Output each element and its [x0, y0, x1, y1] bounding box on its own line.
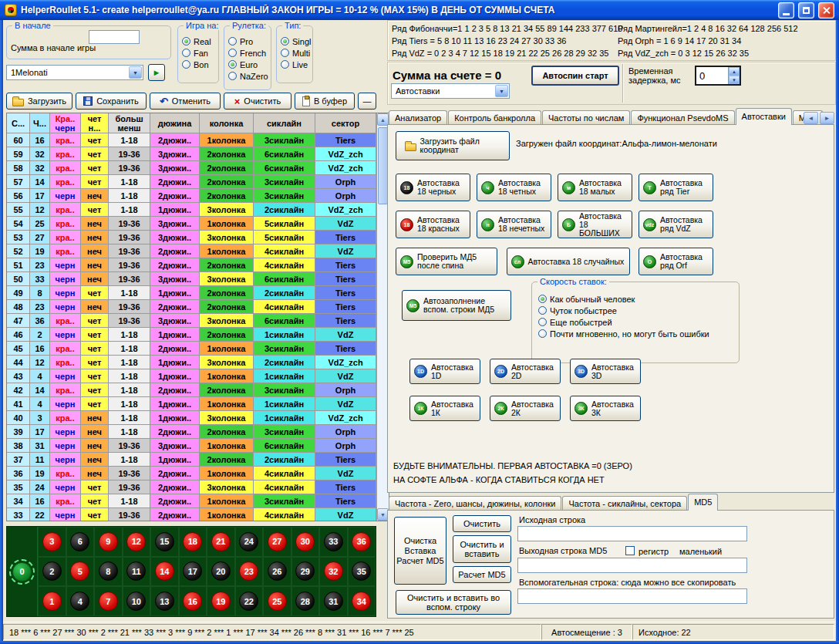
spin-row[interactable]: 3917черннеч1-182дюжи..2колонка3сиклайнOr…: [7, 425, 389, 439]
board-cell-22[interactable]: 22: [235, 586, 264, 616]
autobet-button[interactable]: TАвтоставка ряд Tier: [639, 174, 713, 201]
md5-calc-button[interactable]: Расчет MD5: [453, 566, 511, 583]
spin-row[interactable]: 5327кра..неч19-363дюжи..3колонка5сиклайн…: [7, 231, 389, 244]
spin-row[interactable]: 5033черннеч19-363дюжи..3колонка6сиклайнT…: [7, 272, 389, 286]
board-cell-18[interactable]: 18: [179, 527, 207, 557]
spin-row[interactable]: 5832кра..чет19-363дюжи..2колонка6сиклайн…: [7, 161, 389, 175]
autobet-button[interactable]: слАвтоставка 18 случайных: [507, 248, 630, 275]
tab-Анализатор[interactable]: Анализатор: [389, 110, 447, 125]
autobet-button[interactable]: БАвтоставка 18 БОЛЬШИХ: [558, 211, 632, 238]
radio-French[interactable]: French: [228, 47, 268, 59]
autobet-button[interactable]: 3DАвтоставка 3D: [570, 359, 641, 384]
spin-row[interactable]: 498чернчет1-181дюжи..2колонка2сиклайнTie…: [7, 286, 389, 300]
radio-Почти мгновенно, но могут быть ошибки[interactable]: Почти мгновенно, но могут быть ошибки: [538, 328, 709, 339]
autobet-button[interactable]: 18Автоставка 18 черных: [396, 174, 470, 201]
spin-row[interactable]: 3524чернчет19-362дюжи..3колонка4сиклайнT…: [7, 480, 389, 494]
board-cell-6[interactable]: 6: [66, 527, 95, 557]
spin-row[interactable]: 5219кра..неч19-362дюжи..1колонка4сиклайн…: [7, 244, 389, 258]
board-cell-34[interactable]: 34: [348, 586, 376, 616]
radio-Euro[interactable]: Euro: [228, 59, 268, 70]
autobet-button[interactable]: vdzАвтоставка ряд VdZ: [639, 211, 713, 238]
board-cell-9[interactable]: 9: [94, 527, 123, 557]
board-cell-29[interactable]: 29: [291, 557, 320, 587]
maximize-button[interactable]: [798, 2, 814, 19]
board-cell-15[interactable]: 15: [150, 527, 179, 557]
autobet-button[interactable]: 3КАвтоставка 3К: [570, 396, 641, 421]
spin-row[interactable]: 5425кра..неч19-363дюжи..1колонка5сиклайн…: [7, 217, 389, 231]
board-cell-7[interactable]: 7: [94, 586, 123, 616]
mode-combo[interactable]: Автоставки ▼: [391, 83, 510, 99]
board-cell-28[interactable]: 28: [291, 586, 320, 616]
radio-Fan[interactable]: Fan: [182, 47, 211, 59]
radio-Pro[interactable]: Pro: [228, 35, 268, 47]
radio-NaZero[interactable]: NaZero: [228, 70, 268, 82]
board-cell-1[interactable]: 1: [38, 586, 66, 616]
board-cell-32[interactable]: 32: [319, 557, 348, 587]
output-string-input[interactable]: [517, 558, 747, 573]
spin-row[interactable]: 3619кра..неч19-362дюжи..1колонка4сиклайн…: [7, 467, 389, 480]
board-cell-4[interactable]: 4: [66, 586, 95, 616]
tab-prev-icon[interactable]: ◄: [804, 112, 818, 124]
collapse-button[interactable]: —: [358, 93, 376, 110]
board-cell-33[interactable]: 33: [319, 527, 348, 557]
spin-row[interactable]: 4516кра..чет1-182дюжи..1колонка3сиклайнT…: [7, 342, 389, 356]
board-cell-35[interactable]: 35: [348, 557, 376, 587]
spin-row[interactable]: 4823черннеч19-362дюжи..2колонка4сиклайнT…: [7, 300, 389, 314]
board-cell-31[interactable]: 31: [319, 586, 348, 616]
chevron-down-icon[interactable]: ▼: [129, 66, 142, 79]
board-cell-5[interactable]: 5: [66, 557, 95, 587]
board-cell-14[interactable]: 14: [150, 557, 179, 587]
spin-row[interactable]: 3831черннеч19-363дюжи..1колонка6сиклайнO…: [7, 439, 389, 453]
radio-Bon[interactable]: Bon: [182, 59, 211, 70]
minimize-button[interactable]: [778, 2, 794, 19]
board-cell-30[interactable]: 30: [291, 527, 320, 557]
spin-row[interactable]: 4214кра..чет1-182дюжи..2колонка3сиклайнO…: [7, 383, 389, 397]
tab-Частота - Zero, шансы, дюжины, колонки[interactable]: Частота - Zero, шансы, дюжины, колонки: [389, 496, 561, 511]
spin-row[interactable]: 403кра..неч1-181дюжи..3колонка1сиклайнVd…: [7, 411, 389, 425]
board-cell-16[interactable]: 16: [179, 586, 207, 616]
autobet-button[interactable]: чАвтоставка 18 четных: [477, 174, 551, 201]
board-cell-21[interactable]: 21: [207, 527, 235, 557]
board-cell-27[interactable]: 27: [263, 527, 291, 557]
spin-row[interactable]: 3322чернчет19-362дюжи..1колонка4сиклайнV…: [7, 508, 389, 521]
autobet-button[interactable]: 18Автоставка 18 красных: [396, 211, 470, 238]
spin-row[interactable]: 462чернчет1-181дюжи..2колонка1сиклайнVdZ: [7, 328, 389, 342]
buffer-button[interactable]: В буфер: [295, 93, 355, 110]
board-cell-2[interactable]: 2: [38, 557, 66, 587]
spin-row[interactable]: 434чернчет1-181дюжи..1колонка1сиклайнVdZ: [7, 369, 389, 383]
spin-row[interactable]: 4736кра..чет19-363дюжи..3колонка6сиклайн…: [7, 314, 389, 328]
radio-Live[interactable]: Live: [281, 59, 311, 70]
tab-MD5[interactable]: MD5: [688, 494, 718, 511]
autospin-start-button[interactable]: Автоспин старт: [531, 66, 619, 86]
spin-row[interactable]: 5123черннеч19-362дюжи..2колонка4сиклайнT…: [7, 258, 389, 272]
source-string-input[interactable]: [517, 526, 747, 541]
board-cell-23[interactable]: 23: [235, 557, 264, 587]
chevron-down-icon[interactable]: ▼: [495, 85, 508, 97]
helper-string-input[interactable]: [517, 588, 747, 604]
autobet-button[interactable]: 2DАвтоставка 2D: [490, 359, 561, 384]
spin-row[interactable]: 414чернчет1-181дюжи..1колонка1сиклайнVdZ: [7, 397, 389, 411]
tab-Частота - сиклайны, сектора[interactable]: Частота - сиклайны, сектора: [562, 496, 687, 511]
board-cell-0[interactable]: 0: [7, 527, 38, 616]
tab-Частоты по числам[interactable]: Частоты по числам: [542, 110, 630, 125]
board-cell-36[interactable]: 36: [348, 527, 376, 557]
autobet-button[interactable]: OАвтоставка ряд Orf: [639, 248, 713, 275]
radio-Чуток побыстрее[interactable]: Чуток побыстрее: [538, 305, 709, 316]
spinner-down-icon[interactable]: ▼: [729, 76, 740, 84]
spin-row[interactable]: 6016кра..чет1-182дюжи..1колонка3сиклайнT…: [7, 133, 389, 147]
register-checkbox[interactable]: [625, 546, 635, 555]
spin-row[interactable]: 4412кра..чет1-181дюжи..3колонка2сиклайнV…: [7, 356, 389, 369]
save-button[interactable]: Сохранить: [76, 93, 147, 110]
md5-clear-paste-button[interactable]: Очистить и вставить: [453, 535, 511, 563]
board-cell-24[interactable]: 24: [235, 527, 264, 557]
autofill-md5-button[interactable]: М5 Автозаполнение вспом. строки МД5: [402, 290, 511, 321]
load-coordinates-button[interactable]: Загрузить файл координат: [396, 131, 510, 160]
tab-Контроль банкролла[interactable]: Контроль банкролла: [448, 110, 541, 125]
spinner-up-icon[interactable]: ▲: [729, 67, 740, 76]
board-cell-8[interactable]: 8: [94, 557, 123, 587]
autobet-button[interactable]: 2КАвтоставка 2К: [490, 396, 561, 421]
board-cell-20[interactable]: 20: [207, 557, 235, 587]
radio-Real[interactable]: Real: [182, 35, 211, 47]
board-cell-10[interactable]: 10: [123, 586, 151, 616]
clear-button[interactable]: × Очистить: [224, 93, 291, 110]
